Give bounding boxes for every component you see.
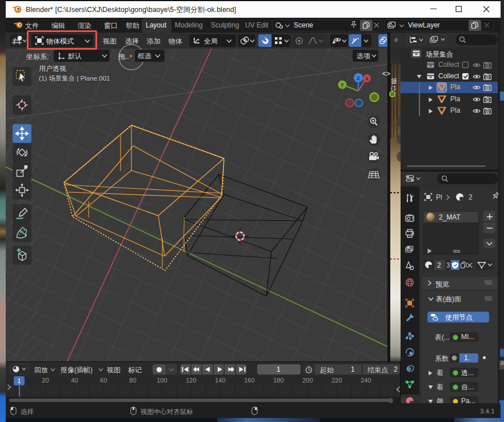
svg-text:Y: Y xyxy=(341,82,344,88)
svg-text:Z: Z xyxy=(357,75,360,81)
svg-text:X: X xyxy=(365,76,369,82)
